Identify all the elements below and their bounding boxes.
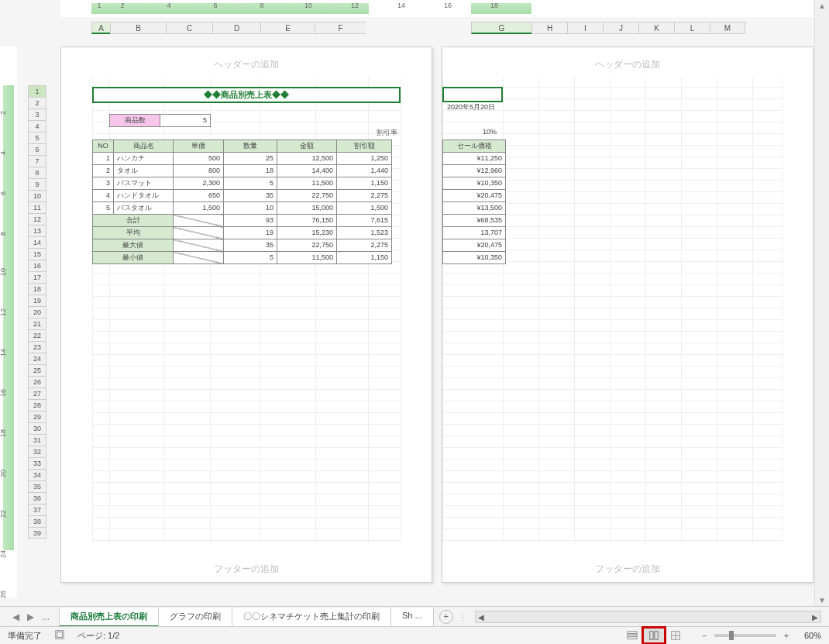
row-headers[interactable]: 1234567891011121314151617181920212223242… — [28, 85, 46, 539]
tab-3[interactable]: 〇〇シネマチケット売上集計の印刷 — [232, 608, 391, 627]
col-header-D[interactable]: D — [212, 22, 260, 34]
row-header-19[interactable]: 19 — [28, 294, 46, 306]
status-page: ページ: 1/2 — [77, 630, 119, 642]
tab-active[interactable]: 商品別売上表の印刷 — [59, 608, 159, 627]
scroll-right-icon[interactable]: ▶ — [810, 613, 820, 622]
tab-2[interactable]: グラフの印刷 — [158, 608, 232, 627]
scroll-up-icon[interactable]: ▲ — [815, 0, 829, 12]
row-header-37[interactable]: 37 — [28, 504, 46, 515]
vertical-scrollbar[interactable]: ▲ ▼ — [814, 0, 829, 607]
add-sheet-button[interactable]: + — [439, 610, 453, 624]
footer-add-text[interactable]: フッターの追加 — [442, 552, 813, 582]
tab-more[interactable]: ... — [42, 611, 50, 622]
goods-count-label: 商品数 — [110, 115, 160, 127]
record-macro-icon[interactable] — [54, 629, 65, 642]
row-header-9[interactable]: 9 — [28, 178, 46, 190]
tab-prev-icon[interactable]: ◀ — [12, 611, 19, 622]
col-header-I[interactable]: I — [567, 22, 603, 34]
view-buttons — [621, 628, 686, 643]
scroll-down-icon[interactable]: ▼ — [815, 594, 829, 607]
row-header-34[interactable]: 34 — [28, 469, 46, 480]
row-header-33[interactable]: 33 — [28, 457, 46, 469]
row-header-31[interactable]: 31 — [28, 434, 46, 446]
row-header-20[interactable]: 20 — [28, 306, 46, 318]
col-header-F[interactable]: F — [315, 22, 366, 34]
row-header-14[interactable]: 14 — [28, 236, 46, 248]
scroll-left-icon[interactable]: ◀ — [476, 613, 487, 622]
col-header-H[interactable]: H — [531, 22, 567, 34]
row-header-8[interactable]: 8 — [28, 167, 46, 178]
row-header-13[interactable]: 13 — [28, 225, 46, 236]
col-header-E[interactable]: E — [260, 22, 315, 34]
col-header-J[interactable]: J — [603, 22, 638, 34]
col-unit: 単価 — [174, 140, 224, 153]
sheet-page-1[interactable]: ◆◆商品別売上表◆◆ 商品数 5 割引率 NO 商品名 — [92, 77, 401, 542]
row-header-25[interactable]: 25 — [28, 364, 46, 376]
row-header-4[interactable]: 4 — [28, 120, 46, 132]
zoom-out-button[interactable]: − — [699, 631, 710, 640]
sheet-tabs: 商品別売上表の印刷 グラフの印刷 〇〇シネマチケット売上集計の印刷 Sh ... — [59, 608, 433, 627]
view-page-break-icon[interactable] — [665, 628, 686, 643]
col-header-K[interactable]: K — [638, 22, 674, 34]
table-header-row: NO 商品名 単価 数量 金額 割引額 — [93, 140, 392, 153]
row-header-23[interactable]: 23 — [28, 341, 46, 353]
row-header-32[interactable]: 32 — [28, 446, 46, 457]
col-header-C[interactable]: C — [166, 22, 212, 34]
row-header-2[interactable]: 2 — [28, 97, 46, 108]
row-header-16[interactable]: 16 — [28, 260, 46, 271]
row-header-26[interactable]: 26 — [28, 376, 46, 387]
title-cell: ◆◆商品別売上表◆◆ — [92, 87, 401, 103]
status-bar: 準備完了 ページ: 1/2 − + 60% — [0, 626, 829, 644]
footer-add-text[interactable]: フッターの追加 — [61, 552, 432, 582]
discount-label: 割引率 — [377, 128, 397, 138]
goods-count-value: 5 — [160, 115, 211, 127]
row-header-3[interactable]: 3 — [28, 108, 46, 120]
zoom-value[interactable]: 60% — [804, 631, 821, 640]
col-header-A[interactable]: A — [91, 22, 110, 34]
row-header-18[interactable]: 18 — [28, 283, 46, 294]
zoom-thumb[interactable] — [729, 631, 734, 640]
col-header-B[interactable]: B — [110, 22, 166, 34]
tab-next-icon[interactable]: ▶ — [27, 611, 34, 622]
row-header-24[interactable]: 24 — [28, 353, 46, 364]
row-header-29[interactable]: 29 — [28, 411, 46, 422]
table-row: 13,707 — [443, 227, 506, 239]
row-header-12[interactable]: 12 — [28, 213, 46, 225]
svg-rect-6 — [655, 632, 658, 640]
sheet-page-2[interactable]: 2020年5月20日 10% セール価格 ¥11,250¥12,960¥10,3… — [442, 77, 782, 542]
col-header-L[interactable]: L — [674, 22, 710, 34]
page-1[interactable]: ヘッダーの追加 ◆◆商品別売上表◆◆ 商品数 5 割引率 — [60, 46, 432, 583]
row-header-21[interactable]: 21 — [28, 318, 46, 329]
row-header-6[interactable]: 6 — [28, 143, 46, 155]
row-header-36[interactable]: 36 — [28, 492, 46, 504]
row-header-5[interactable]: 5 — [28, 132, 46, 143]
horizontal-scrollbar[interactable]: ◀ ▶ — [475, 611, 821, 623]
view-normal-icon[interactable] — [621, 628, 643, 643]
view-page-layout-icon[interactable] — [643, 628, 665, 643]
zoom-slider[interactable]: − + — [699, 631, 792, 640]
tab-nav: ◀ ▶ ... — [0, 611, 50, 622]
header-add-text[interactable]: ヘッダーの追加 — [442, 47, 813, 77]
zoom-in-button[interactable]: + — [781, 631, 792, 640]
header-add-text[interactable]: ヘッダーの追加 — [61, 47, 432, 77]
row-header-28[interactable]: 28 — [28, 399, 46, 411]
row-header-7[interactable]: 7 — [28, 155, 46, 167]
page-2[interactable]: ヘッダーの追加 2020年5月20日 10% セール価格 ¥11,250¥12,… — [442, 46, 814, 583]
table-row: 1ハンカチ5002512,5001,250 — [93, 153, 392, 165]
zoom-track[interactable] — [714, 634, 776, 637]
row-header-35[interactable]: 35 — [28, 480, 46, 492]
row-header-17[interactable]: 17 — [28, 271, 46, 283]
row-header-10[interactable]: 10 — [28, 190, 46, 201]
row-header-15[interactable]: 15 — [28, 248, 46, 260]
row-header-27[interactable]: 27 — [28, 387, 46, 399]
column-headers[interactable]: ABCDEFGHIJKLM — [60, 22, 814, 36]
col-header-M[interactable]: M — [710, 22, 745, 34]
tab-4[interactable]: Sh ... — [390, 608, 434, 627]
row-header-22[interactable]: 22 — [28, 329, 46, 341]
row-header-1[interactable]: 1 — [28, 85, 46, 97]
row-header-11[interactable]: 11 — [28, 201, 46, 213]
row-header-38[interactable]: 38 — [28, 515, 46, 527]
row-header-39[interactable]: 39 — [28, 527, 46, 539]
col-header-G[interactable]: G — [471, 22, 531, 34]
row-header-30[interactable]: 30 — [28, 422, 46, 434]
